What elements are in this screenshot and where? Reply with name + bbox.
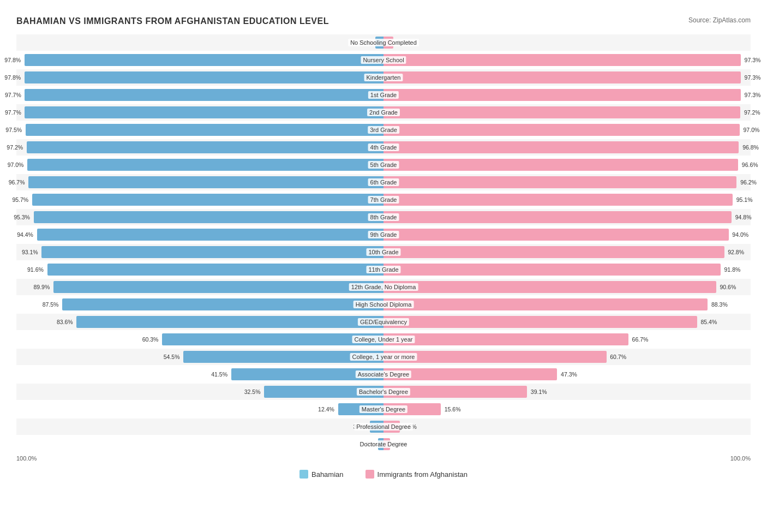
table-row: 5th Grade97.0%96.6% bbox=[16, 157, 751, 173]
val-left: 93.1% bbox=[22, 249, 38, 255]
bar-wrapper: Associate's Degree41.5%47.3% bbox=[16, 366, 751, 382]
bar-right bbox=[384, 264, 721, 276]
table-row: 7th Grade95.7%95.1% bbox=[16, 192, 751, 208]
val-right: 97.0% bbox=[744, 127, 760, 133]
val-right: 97.3% bbox=[745, 74, 761, 81]
bar-left bbox=[76, 316, 384, 328]
bar-label: Doctorate Degree bbox=[358, 440, 410, 448]
legend-bahamian-box bbox=[299, 470, 308, 479]
val-left: 97.0% bbox=[8, 162, 24, 168]
val-left: 32.5% bbox=[244, 388, 261, 395]
bar-left bbox=[162, 333, 384, 345]
val-left: 41.5% bbox=[211, 371, 227, 378]
bar-right bbox=[384, 229, 729, 241]
bar-right bbox=[384, 71, 741, 83]
bar-left bbox=[32, 194, 384, 206]
bar-left bbox=[62, 298, 384, 310]
table-row: 10th Grade93.1%92.8% bbox=[16, 244, 751, 260]
bar-label: 1st Grade bbox=[368, 91, 399, 99]
table-row: Bachelor's Degree32.5%39.1% bbox=[16, 384, 751, 400]
bar-wrapper: 4th Grade97.2%96.8% bbox=[16, 139, 751, 156]
bar-wrapper: No Schooling Completed2.2%2.7% bbox=[16, 34, 751, 51]
bar-left bbox=[53, 281, 384, 293]
bar-left bbox=[25, 71, 384, 83]
bar-label: 4th Grade bbox=[368, 144, 399, 151]
bar-label: GED/Equivalency bbox=[358, 318, 409, 326]
val-right: 97.2% bbox=[744, 109, 760, 116]
val-left: 87.5% bbox=[43, 301, 59, 308]
table-row: 11th Grade91.6%91.8% bbox=[16, 261, 751, 278]
chart-source: Source: ZipAtlas.com bbox=[688, 16, 751, 24]
val-left: 97.8% bbox=[4, 74, 21, 81]
bar-wrapper: 1st Grade97.7%97.3% bbox=[16, 87, 751, 103]
val-right: 15.6% bbox=[445, 406, 461, 413]
val-left: 12.4% bbox=[318, 406, 334, 413]
bar-label: No Schooling Completed bbox=[348, 39, 419, 46]
bar-left bbox=[27, 159, 384, 171]
bar-wrapper: Nursery School97.8%97.3% bbox=[16, 52, 751, 68]
bar-wrapper: Professional Degree3.7%4.5% bbox=[16, 419, 751, 435]
bar-wrapper: 7th Grade95.7%95.1% bbox=[16, 192, 751, 208]
val-left: 97.7% bbox=[5, 92, 21, 98]
table-row: 9th Grade94.4%94.0% bbox=[16, 226, 751, 243]
val-left: 94.4% bbox=[17, 231, 33, 238]
bar-right bbox=[384, 246, 724, 258]
bar-wrapper: Bachelor's Degree32.5%39.1% bbox=[16, 384, 751, 400]
val-left: 91.6% bbox=[27, 266, 44, 273]
bar-label: College, Under 1 year bbox=[352, 336, 415, 343]
val-left: 89.9% bbox=[33, 284, 50, 290]
val-right: 47.3% bbox=[561, 371, 577, 378]
table-row: College, 1 year or more54.5%60.7% bbox=[16, 349, 751, 365]
val-left: 97.7% bbox=[5, 109, 21, 116]
bar-wrapper: 10th Grade93.1%92.8% bbox=[16, 244, 751, 260]
axis-labels: 100.0% 100.0% bbox=[16, 455, 751, 462]
bar-right bbox=[384, 298, 708, 310]
table-row: College, Under 1 year60.3%66.7% bbox=[16, 331, 751, 348]
val-right: 96.6% bbox=[742, 162, 758, 168]
table-row: Associate's Degree41.5%47.3% bbox=[16, 366, 751, 382]
bar-label: 12th Grade, No Diploma bbox=[349, 283, 418, 291]
legend-bahamian-label: Bahamian bbox=[311, 470, 344, 479]
val-right: 94.8% bbox=[735, 214, 752, 220]
chart-area: No Schooling Completed2.2%2.7%Nursery Sc… bbox=[16, 34, 751, 452]
bar-label: 9th Grade bbox=[368, 231, 399, 238]
bar-left bbox=[26, 124, 384, 136]
val-left: 95.7% bbox=[12, 196, 28, 203]
bar-wrapper: 6th Grade96.7%96.2% bbox=[16, 174, 751, 190]
bar-label: Master's Degree bbox=[359, 405, 408, 413]
bar-right bbox=[384, 211, 732, 223]
bar-label: Professional Degree bbox=[354, 423, 413, 431]
bar-wrapper: 5th Grade97.0%96.6% bbox=[16, 157, 751, 173]
legend-afghanistan: Immigrants from Afghanistan bbox=[365, 470, 468, 479]
val-right: 95.1% bbox=[736, 196, 753, 203]
axis-left-label: 100.0% bbox=[16, 455, 37, 462]
table-row: High School Diploma87.5%88.3% bbox=[16, 296, 751, 313]
bar-label: 6th Grade bbox=[368, 178, 399, 186]
bar-left bbox=[25, 106, 384, 118]
bar-wrapper: 9th Grade94.4%94.0% bbox=[16, 226, 751, 243]
chart-title: BAHAMIAN VS IMMIGRANTS FROM AFGHANISTAN … bbox=[16, 16, 329, 26]
bar-left bbox=[25, 54, 384, 66]
bar-wrapper: Master's Degree12.4%15.6% bbox=[16, 401, 751, 417]
bar-label: Bachelor's Degree bbox=[357, 388, 410, 396]
bar-label: Nursery School bbox=[361, 56, 406, 64]
bar-label: 2nd Grade bbox=[367, 109, 400, 116]
bar-label: Kindergarten bbox=[364, 74, 403, 81]
bar-label: 10th Grade bbox=[366, 248, 400, 256]
bar-wrapper: GED/Equivalency83.6%85.4% bbox=[16, 314, 751, 330]
bar-label: College, 1 year or more bbox=[350, 353, 417, 361]
table-row: GED/Equivalency83.6%85.4% bbox=[16, 314, 751, 330]
bar-label: 7th Grade bbox=[368, 196, 399, 204]
table-row: 1st Grade97.7%97.3% bbox=[16, 87, 751, 103]
bar-label: 8th Grade bbox=[368, 213, 399, 221]
legend-afghanistan-label: Immigrants from Afghanistan bbox=[377, 470, 468, 479]
val-right: 94.0% bbox=[732, 231, 748, 238]
val-right: 96.2% bbox=[740, 179, 757, 186]
bar-label: Associate's Degree bbox=[356, 370, 411, 378]
bar-left bbox=[27, 141, 384, 153]
val-left: 97.8% bbox=[4, 57, 21, 63]
bar-wrapper: Doctorate Degree1.5%1.8% bbox=[16, 436, 751, 452]
val-right: 60.7% bbox=[610, 354, 626, 360]
bar-wrapper: College, 1 year or more54.5%60.7% bbox=[16, 349, 751, 365]
table-row: 8th Grade95.3%94.8% bbox=[16, 209, 751, 225]
